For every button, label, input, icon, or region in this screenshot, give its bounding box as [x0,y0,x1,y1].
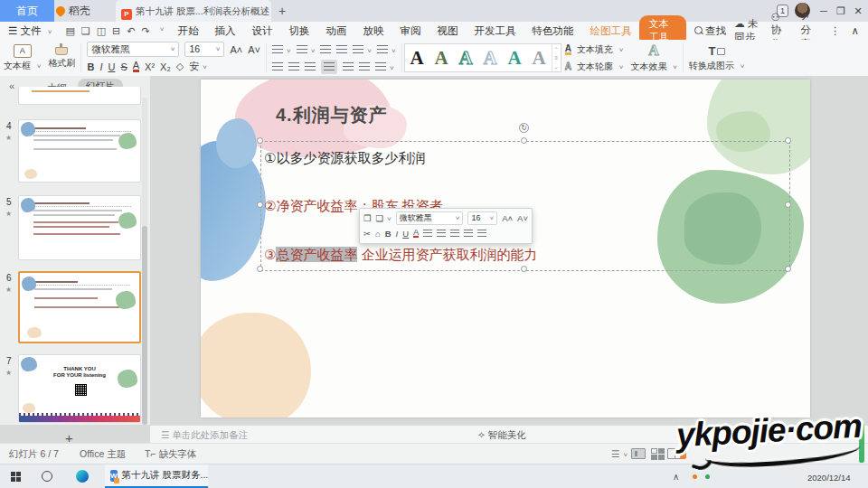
undo-icon[interactable]: ↶ [127,25,135,37]
tab-home[interactable]: 首页 [0,0,54,22]
menu-features[interactable]: 特色功能 [532,24,573,38]
tab-docer[interactable]: 稻壳 [56,0,112,22]
cut-icon[interactable]: ✂ [363,229,371,239]
menu-design[interactable]: 设计 [251,24,272,38]
collapse-panel-icon[interactable]: « [9,80,14,91]
tray-icon[interactable] [693,474,697,479]
mini-list-icon[interactable] [477,230,486,237]
tab-document[interactable]: P第十九讲 股票...利润表分析概述 [116,0,271,22]
export-icon[interactable]: ❏ [81,25,90,37]
strikethrough-button[interactable]: S [120,61,127,72]
rotate-handle[interactable]: ↻ [519,123,529,133]
wordart-style-2[interactable]: A [429,47,454,70]
slide-6[interactable]: 4.利润与资产 ↻ ①以多少资源获取多少利润 ②净资产收益率：股东 投资者 ③总… [201,80,810,418]
smart-beautify-button[interactable]: ✧ 智能美化 [477,429,526,442]
menu-insert[interactable]: 插入 [214,24,235,38]
slide-thumbnail-7[interactable]: THANK YOUFOR YOUR listening [18,354,141,423]
menu-transition[interactable]: 切换 [288,24,309,38]
text-direction-icon[interactable]: ˅ [377,44,396,55]
missing-font-warning[interactable]: T⌐ 缺失字体 [145,448,196,461]
copy-icon[interactable]: ❐ [363,213,372,223]
mini-size-select[interactable]: 16˅ [467,211,497,225]
sidebar-scrollbar[interactable] [142,98,147,425]
italic-button[interactable]: I [99,61,102,72]
slide-thumbnail-5[interactable] [18,195,141,260]
subscript-button[interactable]: X₂ [160,61,171,72]
preview-icon[interactable]: ⊟ [112,25,120,37]
mini-font-select[interactable]: 微软雅黑˅ [396,211,464,225]
line-spacing-icon[interactable]: ˅ [353,44,372,55]
notes-toggle-icon[interactable]: ☰˅ [611,448,627,459]
slide-thumbnail-partial[interactable] [18,87,141,105]
grow-font-button[interactable]: A˄ [230,44,242,55]
format-painter-tool[interactable]: 格式刷 [44,40,79,76]
wordart-style-1[interactable]: A [405,47,429,70]
convert-to-diagram-button[interactable]: T 转换成图示 ˅ [685,40,748,76]
mini-indent-icon[interactable] [464,230,473,237]
resize-handle-ml[interactable] [257,202,263,208]
save-icon[interactable]: ▤ [65,25,74,37]
resize-handle-tc[interactable] [521,137,527,144]
distribute-icon[interactable] [343,61,354,72]
menu-draw-tools[interactable]: 绘图工具 [590,24,631,38]
mini-align-left-icon[interactable] [423,230,432,237]
bullets-icon[interactable]: ˅ [272,44,291,55]
bold-button[interactable]: B [87,61,94,72]
mini-underline[interactable]: U [402,229,409,239]
notes-placeholder[interactable]: ☰ 单击此处添加备注 [161,429,248,442]
align-center-icon[interactable] [288,61,299,72]
find-button[interactable]: 查找 [694,24,726,38]
customize-chevron-icon[interactable]: ˅ [160,25,165,37]
text-effect-button[interactable]: A 文本效果 ˅ [627,40,680,76]
text-outline-button[interactable]: A 文本轮廓 ˅ [565,60,624,74]
menu-start[interactable]: 开始 [177,24,198,38]
align-right-icon[interactable] [305,61,316,72]
resize-handle-br[interactable] [785,266,791,272]
more-menu-icon[interactable]: ⋮ [830,24,841,37]
new-tab-button[interactable]: + [278,0,286,22]
numbering-icon[interactable]: ˅ [297,44,316,55]
textbox-tool[interactable]: A 文本框 ˅ [0,40,44,76]
wordart-style-6[interactable]: A [527,47,552,70]
resize-handle-tl[interactable] [257,137,263,144]
paragraph-more-icon[interactable]: ˅ [375,61,394,72]
font-color-button[interactable]: A [133,61,139,72]
slide-title[interactable]: 4.利润与资产 [276,103,388,127]
wordart-style-4[interactable]: A [478,47,503,70]
normal-view-icon[interactable] [631,448,646,459]
print-icon[interactable]: ◫ [97,25,106,37]
font-size-select[interactable]: 16˅ [184,42,224,57]
text-tool-extra[interactable]: 安˅ [189,60,207,73]
mini-shrink-font[interactable]: A˅ [517,213,528,223]
body-line-3[interactable]: ③总资产收益率 企业运用资产获取利润的能力 [264,247,538,264]
font-name-select[interactable]: 微软雅黑˅ [87,42,179,57]
file-menu[interactable]: ☰ 文件 ˅ [8,24,52,38]
slide-thumbnail-4[interactable] [18,119,141,183]
menu-view[interactable]: 视图 [437,24,458,38]
scrollbar-thumb[interactable] [142,226,147,425]
theme-name[interactable]: Office 主题 [80,448,126,461]
mini-align-center-icon[interactable] [437,230,446,237]
wps-task-button[interactable]: W 第十九讲 股票财务... [105,465,208,488]
mini-bold[interactable]: B [385,229,392,239]
body-line-1[interactable]: ①以多少资源获取多少利润 [264,150,425,167]
resize-handle-bc[interactable] [521,266,527,272]
taskbar-date[interactable]: 2020/12/14 [807,473,851,483]
redo-icon[interactable]: ↷ [142,25,150,37]
align-left-icon[interactable] [272,61,283,72]
mini-format-painter-icon[interactable]: ⌂ [375,229,381,239]
menu-animation[interactable]: 动画 [326,24,346,38]
resize-handle-tr[interactable] [785,137,791,144]
superscript-button[interactable]: X² [145,61,155,72]
text-fill-button[interactable]: A 文本填充 ˅ [565,42,624,57]
increase-indent-icon[interactable] [336,44,347,55]
mini-italic[interactable]: I [396,229,399,239]
tray-expand-icon[interactable]: ∧ [673,472,679,482]
clear-format-icon[interactable]: ◇ [176,61,184,72]
paste-icon[interactable]: ❏˅ [376,213,392,223]
menu-review[interactable]: 审阅 [400,24,420,38]
mini-grow-font[interactable]: A˄ [502,213,513,223]
tray-icon[interactable] [705,474,710,479]
mini-font-color[interactable]: A [413,229,419,238]
decrease-indent-icon[interactable] [320,44,331,55]
